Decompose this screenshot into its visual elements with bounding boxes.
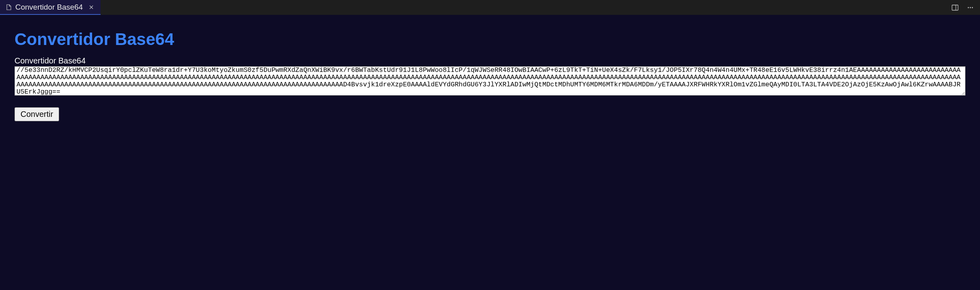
svg-point-2: [968, 7, 969, 8]
tab-title: Convertidor Base64: [15, 3, 83, 12]
textarea-label: Convertidor Base64: [14, 56, 966, 65]
page-title: Convertidor Base64: [14, 30, 966, 49]
split-panel-icon[interactable]: [951, 4, 959, 12]
svg-rect-0: [952, 5, 958, 10]
base64-input[interactable]: [14, 66, 966, 96]
close-icon[interactable]: [88, 4, 95, 11]
titlebar: Convertidor Base64: [0, 0, 980, 15]
tabs-container: Convertidor Base64: [0, 0, 101, 15]
content-area: Convertidor Base64 Convertidor Base64 Co…: [0, 15, 980, 121]
titlebar-actions: [951, 4, 980, 12]
svg-point-3: [970, 7, 971, 8]
tab-active[interactable]: Convertidor Base64: [0, 0, 101, 15]
convert-button[interactable]: Convertir: [14, 107, 59, 121]
more-icon[interactable]: [966, 4, 974, 12]
file-icon: [6, 4, 12, 10]
svg-point-4: [972, 7, 973, 8]
